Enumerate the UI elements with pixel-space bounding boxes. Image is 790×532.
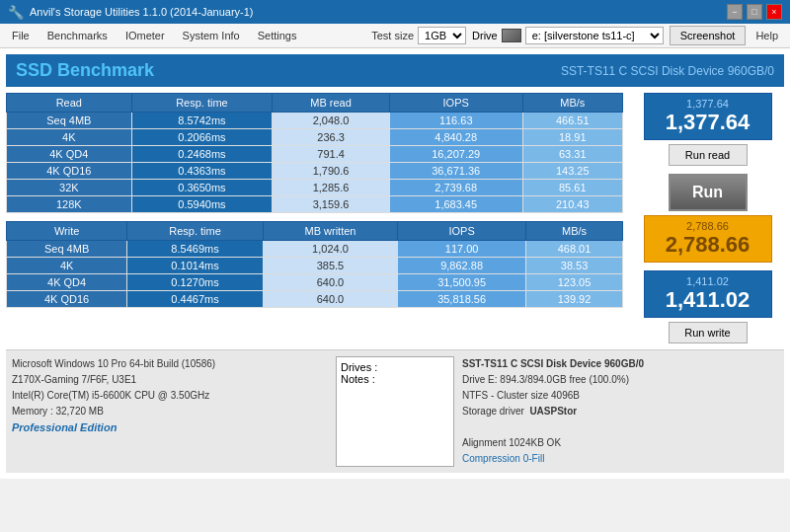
write-row-label: 4K QD4 <box>7 274 127 291</box>
sys-line-4: Memory : 32,720 MB <box>12 404 328 419</box>
overall-score-main: 2,788.66 <box>653 232 763 258</box>
sys-info: Microsoft Windows 10 Pro 64-bit Build (1… <box>12 356 328 467</box>
menu-benchmarks[interactable]: Benchmarks <box>40 27 116 44</box>
write-iops: 117.00 <box>398 241 526 258</box>
write-mbs: 38.53 <box>526 258 623 274</box>
write-table-row: Seq 4MB8.5469ms1,024.0117.00468.01 <box>7 241 623 258</box>
notes-label: Notes : <box>341 373 449 385</box>
window-controls: − □ × <box>727 4 782 20</box>
drive-group: Drive e: [silverstone ts11-c] <box>472 27 664 44</box>
read-resp-time: 0.2468ms <box>131 146 273 163</box>
run-read-button[interactable]: Run read <box>669 144 748 166</box>
write-mb: 640.0 <box>263 274 397 291</box>
read-mb: 2,048.0 <box>273 113 390 129</box>
write-mb: 385.5 <box>263 258 397 274</box>
write-score-main: 1,411.02 <box>653 287 763 313</box>
read-row-label: 4K QD4 <box>7 146 132 163</box>
read-mb: 1,790.6 <box>273 163 390 180</box>
read-resp-time: 0.4363ms <box>131 163 273 180</box>
read-score-top: 1,377.64 <box>653 98 763 110</box>
menu-system-info[interactable]: System Info <box>175 27 248 44</box>
menu-help[interactable]: Help <box>748 27 786 44</box>
ssd-title: SSD Benchmark <box>16 60 154 81</box>
table-section: Read Resp. time MB read IOPS MB/s Seq 4M… <box>6 93 623 343</box>
run-button[interactable]: Run <box>669 174 748 211</box>
read-iops: 1,683.45 <box>389 196 522 213</box>
minimize-button[interactable]: − <box>727 4 743 20</box>
title-bar: 🔧 Anvil's Storage Utilities 1.1.0 (2014-… <box>0 0 790 24</box>
read-iops: 116.63 <box>389 113 522 129</box>
read-mbs: 143.25 <box>522 163 622 180</box>
ssd-header: SSD Benchmark SST-TS11 C SCSI Disk Devic… <box>6 54 784 87</box>
sys-line-2: Z170X-Gaming 7/F6F, U3E1 <box>12 372 328 388</box>
drive-compr[interactable]: Compression 0-Fill <box>462 453 544 464</box>
read-row-label: 4K QD16 <box>7 163 132 180</box>
screenshot-button[interactable]: Screenshot <box>670 26 747 45</box>
overall-score-top: 2,788.66 <box>653 220 763 232</box>
run-write-button[interactable]: Run write <box>669 322 748 343</box>
sys-line-3: Intel(R) Core(TM) i5-6600K CPU @ 3.50GHz <box>12 388 328 404</box>
read-mbs: 210.43 <box>522 196 622 213</box>
read-row-label: 4K <box>7 129 132 146</box>
write-table: Write Resp. time MB written IOPS MB/s Se… <box>6 221 623 308</box>
menu-bar: File Benchmarks IOmeter System Info Sett… <box>0 24 790 48</box>
read-table-row: 4K QD160.4363ms1,790.636,671.36143.25 <box>7 163 623 180</box>
uasp-label: UASPStor <box>529 406 577 417</box>
write-score-top: 1,411.02 <box>653 275 763 287</box>
read-mbs: 85.61 <box>522 180 622 196</box>
read-iops: 36,671.36 <box>389 163 522 180</box>
write-header-mbs: MB/s <box>526 222 623 241</box>
read-table-row: 128K0.5940ms3,159.61,683.45210.43 <box>7 196 623 213</box>
app-icon: 🔧 <box>8 5 24 20</box>
read-iops: 2,739.68 <box>389 180 522 196</box>
read-mbs: 466.51 <box>522 113 622 129</box>
read-header-label: Read <box>7 94 132 113</box>
write-header-iops: IOPS <box>398 222 526 241</box>
ssd-device: SST-TS11 C SCSI Disk Device 960GB/0 <box>561 64 774 78</box>
read-table-row: 4K0.2066ms236.34,840.2818.91 <box>7 129 623 146</box>
menu-file[interactable]: File <box>4 27 38 44</box>
read-table: Read Resp. time MB read IOPS MB/s Seq 4M… <box>6 93 623 213</box>
sys-line-1: Microsoft Windows 10 Pro 64-bit Build (1… <box>12 356 328 372</box>
write-mbs: 468.01 <box>526 241 623 258</box>
window-title: Anvil's Storage Utilities 1.1.0 (2014-Ja… <box>30 6 253 18</box>
read-resp-time: 0.5940ms <box>131 196 273 213</box>
close-button[interactable]: × <box>766 4 782 20</box>
write-row-label: 4K QD16 <box>7 291 127 308</box>
main-content: SSD Benchmark SST-TS11 C SCSI Disk Devic… <box>0 48 790 479</box>
read-header-iops: IOPS <box>389 94 522 113</box>
read-row-label: Seq 4MB <box>7 113 132 129</box>
write-table-row: 4K QD40.1270ms640.031,500.95123.05 <box>7 274 623 291</box>
menu-iometer[interactable]: IOmeter <box>118 27 173 44</box>
test-size-group: Test size 1GB <box>371 27 466 44</box>
read-score-main: 1,377.64 <box>653 110 763 135</box>
test-size-select[interactable]: 1GB <box>418 27 466 44</box>
drive-info: SST-TS11 C SCSI Disk Device 960GB/0 Driv… <box>462 356 778 467</box>
drive-label: Drive <box>472 30 498 41</box>
read-mb: 1,285.6 <box>273 180 390 196</box>
write-resp-time: 8.5469ms <box>127 241 264 258</box>
drive-line-2: NTFS - Cluster size 4096B <box>462 388 778 404</box>
read-mbs: 18.91 <box>522 129 622 146</box>
maximize-button[interactable]: □ <box>747 4 762 20</box>
read-mb: 791.4 <box>273 146 390 163</box>
write-table-row: 4K QD160.4467ms640.035,818.56139.92 <box>7 291 623 308</box>
pro-edition-label: Professional Edition <box>12 419 328 437</box>
menu-settings[interactable]: Settings <box>250 27 305 44</box>
read-table-row: 4K QD40.2468ms791.416,207.2963.31 <box>7 146 623 163</box>
write-iops: 9,862.88 <box>398 258 526 274</box>
read-header-mbs: MB/s <box>522 94 622 113</box>
read-header-resp: Resp. time <box>131 94 273 113</box>
write-resp-time: 0.4467ms <box>127 291 264 308</box>
read-score-group: 1,377.64 1,377.64 Run read <box>644 93 772 166</box>
write-iops: 35,818.56 <box>398 291 526 308</box>
read-iops: 16,207.29 <box>389 146 522 163</box>
write-mb: 1,024.0 <box>263 241 397 258</box>
overall-score-box: 2,788.66 2,788.66 <box>644 215 772 263</box>
test-size-label: Test size <box>371 30 414 41</box>
notes-box[interactable]: Drives : Notes : <box>336 356 454 467</box>
read-score-box: 1,377.64 1,377.64 <box>644 93 772 140</box>
drive-select[interactable]: e: [silverstone ts11-c] <box>525 27 664 44</box>
read-resp-time: 0.2066ms <box>131 129 273 146</box>
write-mbs: 123.05 <box>526 274 623 291</box>
